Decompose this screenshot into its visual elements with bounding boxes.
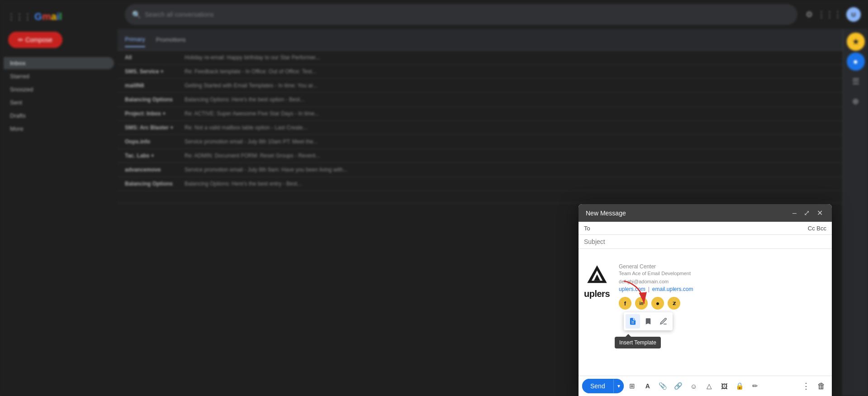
- topbar: 🔍 ⚙ ⋮⋮⋮ U: [118, 0, 868, 29]
- search-icon: 🔍: [132, 10, 141, 19]
- right-sidebar-blue-icon[interactable]: ●: [847, 52, 865, 71]
- search-bar[interactable]: 🔍: [125, 4, 797, 25]
- compose-header: New Message – ⤢ ✕: [579, 204, 832, 222]
- email-tabs: Primary Promotions: [118, 29, 868, 51]
- right-sidebar-icon-2[interactable]: ⊕: [847, 92, 865, 110]
- email-row[interactable]: SMS. Service + Re: Feedback template - I…: [118, 65, 868, 79]
- expand-button[interactable]: ⤢: [802, 208, 811, 218]
- link-icon[interactable]: 🔗: [672, 379, 685, 393]
- email-row[interactable]: Balancing Options Balancing Options: Her…: [118, 93, 868, 107]
- right-sidebar-icon[interactable]: ☰: [847, 72, 865, 91]
- twitter-icon[interactable]: 𝕫: [668, 297, 680, 310]
- sidebar-item-more[interactable]: More: [4, 123, 114, 135]
- minimize-button[interactable]: –: [791, 208, 798, 218]
- bookmark-btn[interactable]: [641, 314, 655, 329]
- apps-icon[interactable]: ⋮⋮⋮: [817, 10, 842, 19]
- uplers-logo: uplers: [584, 263, 610, 299]
- pencil-btn[interactable]: [656, 314, 671, 329]
- email-row[interactable]: Tac. Labs + Re: ADMIN: Document FORM: Re…: [118, 149, 868, 163]
- attach-icon[interactable]: 📎: [656, 379, 670, 393]
- email-row[interactable]: SMS: Arc Blaster + Re: Not a valid mailb…: [118, 121, 868, 135]
- app-grid-icon[interactable]: ⋮⋮⋮: [7, 12, 32, 22]
- photo-icon[interactable]: 🖼: [718, 379, 731, 393]
- right-sidebar: ★ ● ☰ ⊕: [843, 29, 868, 396]
- compose-subject-row: [579, 235, 832, 249]
- insert-template-btn[interactable]: [626, 314, 640, 329]
- format-text-icon[interactable]: A: [641, 379, 655, 393]
- instagram-icon[interactable]: ●: [651, 297, 664, 310]
- email-row[interactable]: mailIN6 Getting Started with Email Templ…: [118, 79, 868, 93]
- uplers-icon-svg: [585, 263, 609, 287]
- tab-primary[interactable]: Primary: [125, 32, 145, 47]
- search-input[interactable]: [145, 11, 790, 18]
- close-button[interactable]: ✕: [815, 208, 825, 218]
- red-arrow-indicator: [615, 279, 651, 312]
- email-uplers-link[interactable]: email.uplers.com: [652, 286, 693, 292]
- email-row[interactable]: Balancing Options Balancing Options: Her…: [118, 177, 868, 191]
- compose-toolbar: Send ▾ ⊞ A 📎 🔗 ☺ △ 🖼 🔒 ✏ ⋮ 🗑: [579, 376, 832, 396]
- email-row[interactable]: advancemove Service promotion email - Ju…: [118, 163, 868, 177]
- email-row[interactable]: [118, 191, 868, 203]
- subject-input[interactable]: [584, 238, 826, 245]
- sidebar-item-drafts[interactable]: Drafts: [4, 110, 114, 122]
- more-options-button[interactable]: ⋮: [799, 379, 813, 393]
- email-row[interactable]: All Holiday re-email: Happy birthday to …: [118, 51, 868, 65]
- send-dropdown-button[interactable]: ▾: [613, 379, 624, 393]
- sidebar-item-sent[interactable]: Sent: [4, 96, 114, 109]
- compose-modal: New Message – ⤢ ✕ To Cc Bcc uplers: [579, 204, 832, 396]
- sidebar-item-snoozed[interactable]: Snoozed: [4, 83, 114, 95]
- tab-promotions[interactable]: Promotions: [156, 33, 186, 47]
- cc-bcc-button[interactable]: Cc Bcc: [808, 225, 826, 232]
- compose-to-row: To Cc Bcc: [579, 222, 832, 235]
- compose-body[interactable]: uplers General Center Team Ace of Email …: [579, 249, 832, 376]
- signature-icon[interactable]: ✏: [749, 379, 762, 393]
- sig-title: Team Ace of Email Development: [619, 271, 826, 276]
- to-label: To: [584, 225, 598, 232]
- insert-template-tooltip: Insert Template: [615, 337, 661, 348]
- right-sidebar-star-icon[interactable]: ★: [847, 33, 865, 51]
- compose-button[interactable]: ✏ Compose: [8, 32, 62, 48]
- email-row[interactable]: Project: Inbox + Re: ACTIVE: Super Aweso…: [118, 107, 868, 121]
- grid-icon[interactable]: ⊞: [626, 379, 639, 393]
- emoji-icon[interactable]: ☺: [687, 379, 701, 393]
- delete-draft-button[interactable]: 🗑: [815, 379, 828, 393]
- sidebar-item-inbox[interactable]: Inbox: [4, 57, 114, 69]
- send-button-group: Send ▾: [582, 379, 624, 393]
- sidebar-item-starred[interactable]: Starred: [4, 70, 114, 82]
- account-avatar[interactable]: U: [846, 7, 861, 22]
- sidebar: ⋮⋮⋮ Gmail ✏ Compose Inbox Starred Snooze…: [0, 0, 118, 396]
- compose-title: New Message: [586, 210, 626, 217]
- email-row[interactable]: Oops.info Service promotion email - July…: [118, 135, 868, 149]
- drive-icon[interactable]: △: [702, 379, 716, 393]
- to-input[interactable]: [598, 224, 808, 232]
- toolbar-popup: [624, 312, 673, 330]
- google-m-logo: Gmail: [34, 11, 62, 23]
- settings-icon[interactable]: ⚙: [806, 10, 813, 19]
- compose-header-actions: – ⤢ ✕: [791, 208, 825, 218]
- sig-name: General Center: [619, 263, 826, 270]
- uplers-wordmark: uplers: [584, 289, 610, 299]
- lock-icon[interactable]: 🔒: [733, 379, 747, 393]
- send-button[interactable]: Send: [582, 379, 613, 393]
